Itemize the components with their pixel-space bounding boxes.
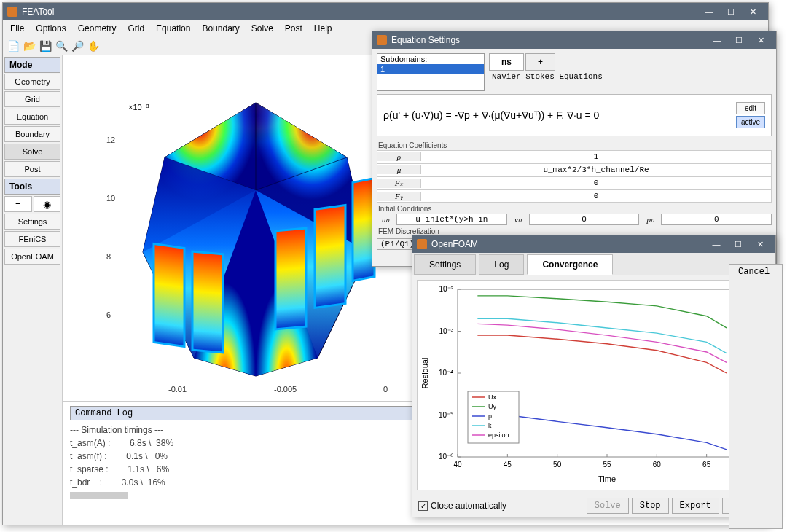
tool-openfoam[interactable]: OpenFOAM <box>4 249 60 265</box>
close-auto-label: Close automatically <box>431 501 506 511</box>
menu-solve[interactable]: Solve <box>247 22 278 35</box>
pan-icon[interactable]: ✋ <box>86 39 101 53</box>
tool-settings[interactable]: Settings <box>4 214 60 230</box>
app-icon <box>377 35 387 45</box>
mode-grid[interactable]: Grid <box>4 91 60 107</box>
tool-globe-icon[interactable]: ◉ <box>34 196 61 212</box>
eq-title: Equation Settings <box>391 35 460 45</box>
menu-equation[interactable]: Equation <box>152 22 195 35</box>
ic-row: u₀ v₀ p₀ <box>377 214 772 225</box>
of-export-button[interactable]: Export <box>672 498 719 514</box>
close-icon[interactable]: ✕ <box>742 4 764 19</box>
convergence-plot[interactable]: 10⁻²10⁻³10⁻⁴10⁻⁵10⁻⁶40455055606570TimeRe… <box>417 280 771 490</box>
ic-p0-input[interactable] <box>661 214 772 225</box>
mode-post[interactable]: Post <box>4 161 60 177</box>
save-icon[interactable]: 💾 <box>38 39 52 53</box>
ic-v0-input[interactable] <box>529 214 640 225</box>
close-icon[interactable]: ✕ <box>750 33 772 47</box>
svg-rect-11 <box>192 251 223 353</box>
svg-text:60: 60 <box>653 461 662 469</box>
eq-titlebar[interactable]: Equation Settings — ☐ ✕ <box>372 31 776 49</box>
svg-rect-12 <box>275 228 306 329</box>
minimize-icon[interactable]: — <box>698 4 720 19</box>
tab-log[interactable]: Log <box>479 254 524 275</box>
open-icon[interactable]: 📂 <box>22 39 36 53</box>
menu-boundary[interactable]: Boundary <box>197 22 243 35</box>
svg-text:55: 55 <box>603 461 611 469</box>
coef-row: μu_max*2/3*h_channel/Re <box>377 163 772 176</box>
menu-grid[interactable]: Grid <box>123 22 149 35</box>
menu-help[interactable]: Help <box>310 22 337 35</box>
sidebar: Mode Geometry Grid Equation Boundary Sol… <box>3 55 63 525</box>
of-titlebar[interactable]: OpenFOAM — ☐ ✕ <box>412 235 775 253</box>
equation-formula: ρ(u' + (u·∇)u) = -∇p + ∇·(μ(∇u+∇uᵀ)) + F… <box>377 94 772 136</box>
zoom-icon[interactable]: 🔍 <box>54 39 68 53</box>
svg-text:10⁻⁴: 10⁻⁴ <box>439 369 453 377</box>
coef-header: Equation Coefficients <box>377 141 772 150</box>
svg-text:Ux: Ux <box>488 394 496 401</box>
ic-u0-input[interactable] <box>396 214 507 225</box>
svg-text:10⁻⁶: 10⁻⁶ <box>439 453 453 461</box>
svg-text:k: k <box>488 422 492 429</box>
of-tabs: Settings Log Convergence <box>412 253 775 275</box>
main-title: FEATool <box>22 7 54 17</box>
xtick: -0.005 <box>274 385 297 394</box>
scrollbar-horizontal[interactable] <box>70 492 128 499</box>
svg-text:65: 65 <box>702 461 711 469</box>
coef-row: Fₓ0 <box>377 176 772 189</box>
new-icon[interactable]: 📄 <box>6 39 20 53</box>
app-icon <box>417 239 427 249</box>
svg-text:45: 45 <box>504 461 512 469</box>
xtick: -0.01 <box>168 385 187 394</box>
tool-equals-icon[interactable]: = <box>4 196 32 212</box>
ic-header: Initial Conditions <box>377 204 772 214</box>
maximize-icon[interactable]: ☐ <box>727 237 749 251</box>
app-icon <box>7 7 17 17</box>
svg-rect-13 <box>315 205 345 308</box>
svg-text:p: p <box>488 412 492 420</box>
equation-settings-window: Equation Settings — ☐ ✕ Subdomains: 1 ns… <box>372 31 777 267</box>
of-title: OpenFOAM <box>431 239 478 249</box>
edit-button[interactable]: edit <box>736 102 765 114</box>
close-icon[interactable]: ✕ <box>749 237 771 251</box>
subdomain-label: Subdomains: <box>377 54 484 64</box>
ns-equations-label: Navier-Stokes Equations <box>489 71 772 82</box>
close-auto-checkbox[interactable]: ✓ <box>418 501 428 511</box>
menu-geometry[interactable]: Geometry <box>74 22 121 35</box>
svg-text:10⁻²: 10⁻² <box>439 285 454 293</box>
tool-fenics[interactable]: FEniCS <box>4 231 60 247</box>
menu-file[interactable]: File <box>6 22 28 35</box>
mode-solve[interactable]: Solve <box>4 144 60 160</box>
subdomain-list[interactable]: Subdomains: 1 <box>377 53 485 91</box>
menu-post[interactable]: Post <box>281 22 307 35</box>
xtick: 0 <box>383 385 388 394</box>
svg-rect-10 <box>154 244 184 347</box>
openfoam-window: OpenFOAM — ☐ ✕ Settings Log Convergence … <box>412 235 776 517</box>
active-button[interactable]: active <box>736 116 765 128</box>
maximize-icon[interactable]: ☐ <box>728 33 750 47</box>
convergence-chart: 10⁻²10⁻³10⁻⁴10⁻⁵10⁻⁶40455055606570TimeRe… <box>418 281 767 485</box>
zoom-reset-icon[interactable]: 🔎 <box>70 39 85 53</box>
svg-text:Time: Time <box>598 474 616 483</box>
minimize-icon[interactable]: — <box>705 237 727 251</box>
eq-cancel-button[interactable]: Cancel <box>729 264 783 529</box>
of-solve-button[interactable]: Solve <box>587 498 629 514</box>
tab-ns[interactable]: ns <box>489 53 524 71</box>
svg-text:50: 50 <box>553 461 562 469</box>
maximize-icon[interactable]: ☐ <box>720 4 742 19</box>
main-titlebar[interactable]: FEATool — ☐ ✕ <box>3 3 768 20</box>
tab-convergence[interactable]: Convergence <box>527 254 613 275</box>
subdomain-item[interactable]: 1 <box>377 64 484 74</box>
menu-options[interactable]: Options <box>31 22 70 35</box>
coef-row: ρ1 <box>377 150 772 163</box>
svg-text:10⁻³: 10⁻³ <box>439 327 454 335</box>
mode-boundary[interactable]: Boundary <box>4 126 60 142</box>
simulation-surface <box>99 63 412 383</box>
tab-settings[interactable]: Settings <box>414 254 476 275</box>
coef-row: Fᵧ0 <box>377 189 772 203</box>
mode-geometry[interactable]: Geometry <box>4 74 60 90</box>
mode-equation[interactable]: Equation <box>4 109 60 125</box>
minimize-icon[interactable]: — <box>706 33 728 47</box>
tab-add[interactable]: + <box>525 53 555 71</box>
of-stop-button[interactable]: Stop <box>632 498 669 514</box>
